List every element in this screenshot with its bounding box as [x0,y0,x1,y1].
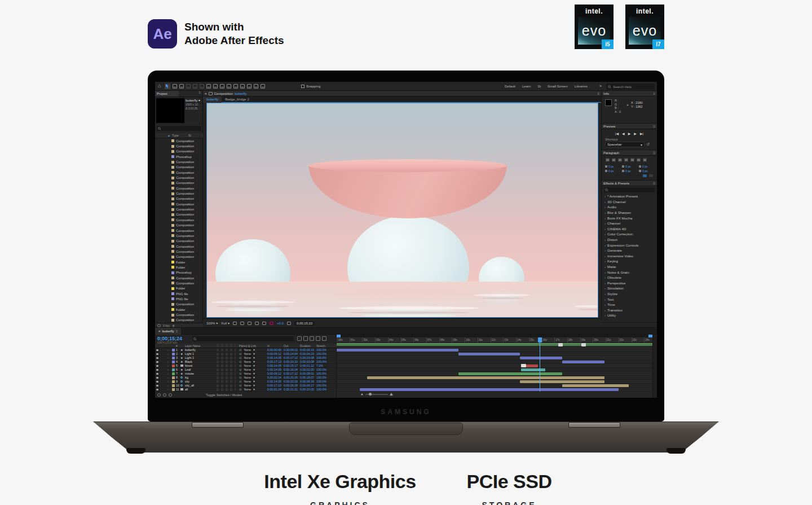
timeline-zoom-control[interactable] [360,393,393,396]
effects-category[interactable]: ›CINEMA 4D [602,226,657,232]
layer-stretch-value[interactable]: 100.0% [316,376,333,379]
chevron-right-icon[interactable]: › [167,372,172,375]
layer-switches[interactable] [217,388,236,391]
layer-duration-value[interactable]: 0;00;04;23 [300,352,316,355]
layer-duration-bar[interactable] [367,376,604,379]
tool-icon[interactable] [165,84,170,89]
align-button[interactable] [642,157,647,163]
expand-layer-switches-icon[interactable] [157,393,161,397]
frame-blending-icon[interactable] [316,336,320,341]
project-item-row[interactable]: Composition [155,275,203,280]
project-item-row[interactable]: Composition [155,196,203,201]
project-search-input[interactable] [157,126,201,131]
workspace-tab[interactable]: St [537,85,541,88]
layer-out-value[interactable]: 0;00;20;20 [284,360,300,363]
layer-switches[interactable] [217,376,236,379]
project-item-row[interactable]: Folder [155,260,203,265]
safe-margins-icon[interactable] [233,322,237,325]
layer-duration-bar[interactable] [458,372,562,375]
effects-category[interactable]: ›Time [602,302,657,308]
layer-in-value[interactable]: 0;00;02;14 [267,376,284,379]
tool-icon[interactable] [220,84,224,89]
snapping-toggle[interactable]: Snapping [301,85,320,88]
playhead[interactable] [540,337,540,392]
panel-menu-icon[interactable]: ≡ [653,182,655,185]
project-item-row[interactable]: Composition [155,159,203,164]
timeline-layer-row[interactable]: › 10 city_all ⊙None▾ 0;00;17;13 0;00;26;… [155,384,337,388]
layer-color-chip[interactable] [172,353,175,355]
parent-link-dropdown[interactable]: ⊙None▾ [239,380,267,383]
eye-icon[interactable] [156,381,158,383]
layer-out-value[interactable]: 0;00;20;20 [284,376,300,379]
project-item-row[interactable]: Composition [155,254,203,260]
paragraph-field[interactable]: 0 px [639,165,655,168]
effects-category[interactable]: ›Boris FX Mocha [602,215,657,221]
panel-menu-icon[interactable]: ≡ [653,151,655,155]
project-item-row[interactable]: Composition [155,201,203,207]
eye-icon[interactable] [156,353,158,355]
project-item-row[interactable]: Composition [155,280,203,286]
channel-icon[interactable] [270,322,273,325]
project-item-row[interactable]: Composition [155,149,203,154]
layer-stretch-value[interactable]: 100.0% [316,368,333,371]
column-layer-name[interactable]: Layer Name [185,344,217,348]
project-item-row[interactable]: Composition [155,249,203,254]
project-item-row[interactable]: Composition [155,228,203,233]
help-search-input[interactable]: Search Help [606,84,655,90]
layer-duration-bar[interactable] [458,353,520,355]
layer-duration-value[interactable]: 0;00;09;17 [300,384,316,387]
chevron-right-icon[interactable]: › [167,380,172,383]
pickwhip-icon[interactable]: ⊙ [239,376,241,379]
parent-link-dropdown[interactable]: ⊙None▾ [239,368,267,371]
effects-category[interactable]: ›Audio [602,204,657,210]
layer-duration-value[interactable]: 0;00;08;01 [300,372,316,375]
effects-category[interactable]: ›Noise & Grain [602,269,657,275]
layer-color-chip[interactable] [172,349,175,352]
timeline-layer-row[interactable]: › 11 all ⊙None▾ 0;00;01;24 0;00;21;21 0;… [155,388,337,392]
parent-link-dropdown[interactable]: ⊙None▾ [239,364,267,367]
project-item-row[interactable]: Photoshop [155,154,203,159]
paragraph-field[interactable]: 0 px [622,169,638,173]
timeline-layer-row[interactable]: › 5 forest ⊙None▾ 0;00;14;05 0;00;15;17 … [155,364,337,368]
pickwhip-icon[interactable]: ⊙ [239,348,241,352]
parent-link-dropdown[interactable]: ⊙None▾ [239,356,267,359]
transport-button[interactable] [634,131,637,135]
chevron-right-icon[interactable]: › [167,364,172,367]
effects-category[interactable]: ›Matte [602,264,657,270]
parent-link-dropdown[interactable]: ⊙None▾ [239,348,267,352]
tool-icon[interactable] [213,84,218,89]
layer-duration-value[interactable]: 0;00;03;08 [300,360,316,363]
tool-icon[interactable] [200,84,204,89]
layer-duration-bar[interactable] [562,384,629,387]
effects-category[interactable]: ›Perspective [602,280,657,286]
motion-blur-icon[interactable] [322,336,326,341]
layer-name[interactable]: city [185,380,217,383]
project-item-row[interactable]: Composition [155,143,203,148]
layer-color-chip[interactable] [172,361,175,363]
pickwhip-icon[interactable]: ⊙ [239,364,241,367]
layer-in-value[interactable]: 0;00;17;13 [267,360,284,363]
layer-out-value[interactable]: 0;00;21;21 [284,388,300,391]
tab-badge-bridge[interactable]: Badge_bridge 2 [222,96,252,103]
chevron-right-icon[interactable]: › [167,360,172,363]
exposure-value[interactable]: +0.0 [277,322,284,325]
current-timecode[interactable]: 0;00;15;24 [157,336,182,341]
zoom-in-icon[interactable] [390,393,393,396]
layer-in-value[interactable]: 0;00;14;05 [267,380,284,383]
layer-duration-value[interactable]: 0;00;20;00 [300,388,316,391]
layer-stretch-value[interactable]: 100.0% [316,380,333,383]
layer-name[interactable]: butterfly [185,348,217,352]
layer-duration-value[interactable]: 0;00;03;08 [300,356,316,359]
transparency-grid-icon[interactable] [262,322,266,325]
layer-out-value[interactable]: 0;00;17;12 [284,356,300,359]
column-out[interactable]: Out [284,344,300,348]
align-button[interactable] [630,157,635,163]
layer-duration-bar[interactable] [337,349,458,352]
pickwhip-icon[interactable]: ⊙ [239,384,241,387]
align-button[interactable] [624,157,629,163]
layer-name[interactable]: Leaf [185,368,217,371]
expand-in-out-icon[interactable] [169,393,172,397]
hide-shy-layers-icon[interactable] [310,336,314,341]
parent-link-dropdown[interactable]: ⊙None▾ [239,388,267,391]
tool-icon[interactable] [227,84,231,89]
